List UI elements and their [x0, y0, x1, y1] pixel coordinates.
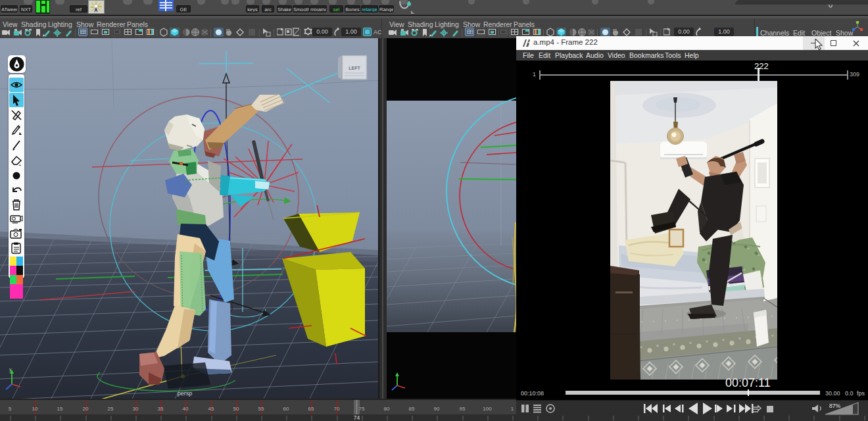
svg-text:y: y	[9, 367, 12, 372]
svg-text:LEFT: LEFT	[349, 66, 360, 70]
svg-text:87%: 87%	[829, 403, 840, 409]
svg-text:persp: persp	[178, 390, 193, 397]
